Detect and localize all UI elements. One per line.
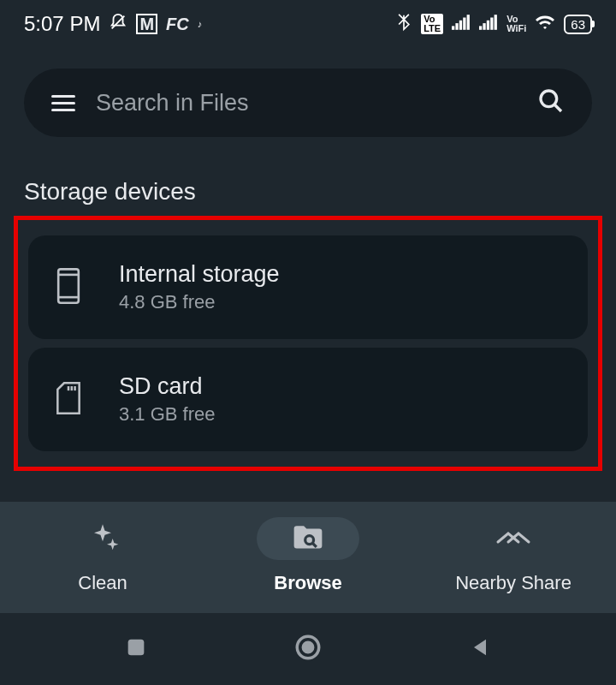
signal-icon-1: [452, 15, 471, 33]
svg-rect-6: [479, 26, 482, 29]
svg-rect-4: [463, 18, 465, 30]
bottom-nav: Clean Browse Nearby Share: [0, 502, 616, 613]
svg-rect-8: [487, 21, 489, 30]
storage-free: 4.8 GB free: [119, 291, 280, 313]
status-right: VoLTE VoWiFi 63: [395, 13, 592, 35]
storage-name: SD card: [119, 373, 216, 400]
gmail-icon: M: [136, 14, 157, 34]
svg-rect-5: [467, 15, 470, 30]
mute-icon: [109, 13, 127, 35]
svg-rect-2: [456, 23, 459, 30]
svg-line-12: [554, 104, 561, 111]
recent-apps-button[interactable]: [124, 635, 148, 663]
wifi-icon: [535, 14, 555, 34]
svg-rect-9: [490, 18, 493, 30]
back-button[interactable]: [468, 635, 492, 663]
search-placeholder: Search in Files: [96, 90, 517, 116]
phone-icon: [56, 268, 81, 307]
svg-rect-10: [495, 15, 497, 30]
battery-badge: 63: [564, 15, 592, 34]
status-time: 5:07 PM: [24, 12, 100, 36]
hamburger-icon[interactable]: [51, 95, 75, 111]
search-icon[interactable]: [537, 87, 565, 118]
svg-rect-3: [459, 21, 462, 30]
volte-icon: VoLTE: [421, 14, 443, 34]
nav-item-browse[interactable]: Browse: [206, 517, 410, 594]
signal-icon-2: [479, 15, 498, 33]
bluetooth-icon: [395, 13, 412, 35]
home-button[interactable]: [293, 633, 323, 665]
status-left: 5:07 PM M FC ♪: [24, 12, 202, 36]
vowifi-icon: VoWiFi: [506, 15, 526, 33]
section-title: Storage devices: [0, 158, 616, 216]
svg-point-11: [541, 91, 557, 107]
nav-item-clean[interactable]: Clean: [1, 517, 204, 594]
fc-icon: FC: [166, 15, 189, 34]
sparkle-icon: [51, 517, 154, 560]
svg-point-23: [303, 642, 312, 652]
nav-item-nearby[interactable]: Nearby Share: [412, 517, 615, 594]
highlight-box: Internal storage 4.8 GB free SD card 3.1…: [14, 216, 602, 471]
sd-card-icon: [56, 382, 81, 418]
svg-rect-7: [483, 23, 486, 30]
svg-rect-21: [128, 640, 145, 656]
nav-label: Nearby Share: [455, 572, 572, 594]
music-icon: ♪: [198, 19, 203, 29]
storage-free: 3.1 GB free: [119, 403, 216, 426]
nav-label: Browse: [274, 572, 341, 594]
nearby-share-icon: [462, 517, 565, 560]
nav-label: Clean: [78, 572, 127, 594]
storage-text: Internal storage 4.8 GB free: [119, 261, 280, 313]
svg-rect-1: [452, 26, 454, 29]
system-nav: [0, 613, 616, 685]
storage-name: Internal storage: [119, 261, 280, 288]
search-bar[interactable]: Search in Files: [24, 68, 592, 137]
status-bar: 5:07 PM M FC ♪ VoLTE: [0, 0, 616, 48]
storage-text: SD card 3.1 GB free: [119, 373, 216, 426]
storage-item-internal[interactable]: Internal storage 4.8 GB free: [28, 235, 588, 339]
folder-search-icon: [257, 517, 359, 560]
storage-item-sd[interactable]: SD card 3.1 GB free: [28, 348, 588, 451]
